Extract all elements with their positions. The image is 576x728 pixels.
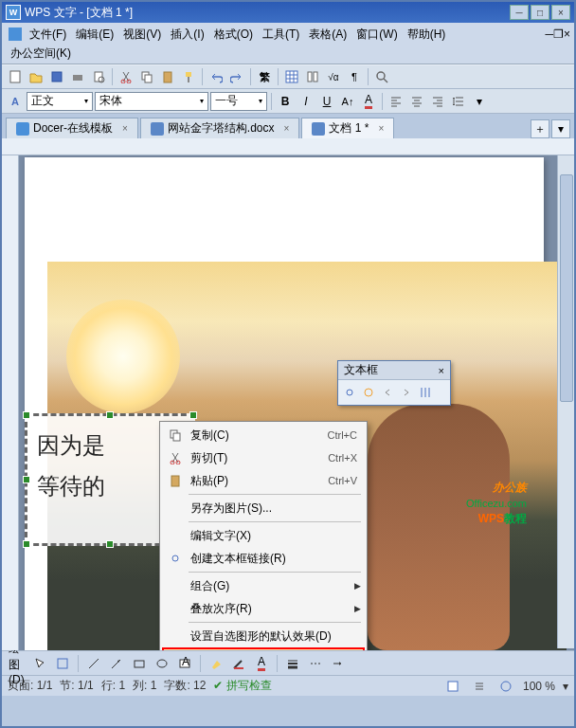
rectangle-icon[interactable] — [130, 654, 149, 673]
resize-handle[interactable] — [106, 540, 114, 548]
align-right-icon[interactable] — [428, 92, 447, 111]
prev-textbox-icon[interactable] — [380, 385, 395, 400]
horizontal-ruler[interactable] — [2, 138, 574, 155]
scrollbar-thumb[interactable] — [560, 174, 573, 402]
menu-insert[interactable]: 插入(I) — [166, 25, 208, 45]
style-combo[interactable]: 正文▾ — [27, 92, 93, 111]
cut-icon[interactable] — [117, 67, 135, 86]
text-direction-icon[interactable] — [418, 385, 433, 400]
font-grow-icon[interactable]: A↑ — [338, 92, 357, 111]
textbox-icon[interactable]: A — [175, 654, 194, 673]
italic-button[interactable]: I — [297, 92, 315, 111]
cm-object-format[interactable]: 设置对象格式(O)... — [162, 647, 365, 650]
oval-icon[interactable] — [153, 654, 171, 673]
tab-close-icon[interactable]: × — [378, 123, 384, 134]
bold-button[interactable]: B — [276, 92, 295, 111]
menu-window[interactable]: 窗口(W) — [351, 25, 402, 45]
tab-menu-button[interactable]: ▾ — [551, 119, 570, 138]
doc-restore-button[interactable]: ❐ — [553, 27, 564, 41]
cm-save-as-picture[interactable]: 另存为图片(S)... — [162, 497, 365, 519]
vertical-scrollbar[interactable] — [557, 155, 574, 648]
wps-menu-icon[interactable] — [6, 25, 25, 44]
cm-paste[interactable]: 粘贴(P) Ctrl+V — [162, 469, 365, 492]
format-painter-icon[interactable] — [179, 67, 198, 86]
floating-close-icon[interactable]: × — [439, 365, 444, 376]
print-preview-icon[interactable] — [89, 67, 108, 86]
line-icon[interactable] — [84, 654, 103, 673]
tab-docer[interactable]: Docer-在线模板 × — [6, 118, 138, 138]
paragraph-icon[interactable]: ¶ — [345, 67, 364, 86]
doc-close-button[interactable]: × — [564, 27, 570, 41]
select-icon[interactable] — [30, 654, 49, 673]
undo-icon[interactable] — [207, 67, 225, 86]
menu-file[interactable]: 文件(F) — [25, 25, 71, 45]
save-icon[interactable] — [47, 67, 66, 86]
find-icon[interactable] — [372, 67, 391, 86]
menu-format[interactable]: 格式(O) — [209, 25, 258, 45]
tab-close-icon[interactable]: × — [122, 123, 128, 134]
print-icon[interactable] — [68, 67, 87, 86]
menu-edit[interactable]: 编辑(E) — [71, 25, 118, 45]
vertical-ruler[interactable] — [2, 155, 19, 650]
more-icon[interactable]: ▾ — [470, 92, 489, 111]
menu-tools[interactable]: 工具(T) — [258, 25, 304, 45]
size-combo[interactable]: 一号▾ — [210, 92, 267, 111]
tab-document-2[interactable]: 网站金字塔结构.docx × — [140, 118, 300, 138]
line-style-icon[interactable] — [283, 654, 302, 673]
dash-style-icon[interactable] — [306, 654, 325, 673]
redo-icon[interactable] — [227, 67, 246, 86]
format-icon[interactable]: A — [6, 92, 25, 111]
arrow-icon[interactable] — [107, 654, 126, 673]
table-icon[interactable] — [282, 67, 301, 86]
tab-close-icon[interactable]: × — [284, 123, 290, 134]
link-icon[interactable] — [342, 385, 357, 400]
open-icon[interactable] — [27, 67, 45, 86]
resize-handle[interactable] — [23, 411, 30, 419]
font-combo[interactable]: 宋体▾ — [95, 92, 208, 111]
tab-document-3[interactable]: 文档 1 * × — [301, 118, 394, 138]
view-outline-icon[interactable] — [470, 677, 489, 696]
arrow-style-icon[interactable] — [329, 654, 348, 673]
cm-default-effect[interactable]: 设置自选图形的默认效果(D) — [162, 625, 365, 647]
line-color-icon[interactable] — [229, 654, 248, 673]
underline-button[interactable]: U — [317, 92, 336, 111]
break-link-icon[interactable] — [361, 385, 376, 400]
view-print-icon[interactable] — [443, 677, 462, 696]
tab-add-button[interactable]: ＋ — [531, 119, 549, 138]
cm-copy[interactable]: 复制(C) Ctrl+C — [162, 424, 365, 446]
cm-cut[interactable]: 剪切(T) Ctrl+X — [162, 446, 365, 469]
next-textbox-icon[interactable] — [399, 385, 414, 400]
resize-handle[interactable] — [106, 411, 114, 419]
columns-icon[interactable] — [303, 67, 322, 86]
menu-office-space[interactable]: 办公空间(K) — [6, 44, 76, 64]
cm-order[interactable]: 叠放次序(R) ▶ — [162, 597, 365, 620]
cm-create-link[interactable]: 创建文本框链接(R) — [162, 547, 365, 570]
font-color-icon[interactable]: A — [359, 92, 378, 111]
fill-color-icon[interactable] — [207, 654, 225, 673]
status-spell[interactable]: ✔ 拼写检查 — [213, 678, 271, 694]
view-web-icon[interactable] — [496, 677, 515, 696]
minimize-button[interactable]: ─ — [510, 5, 529, 20]
textbox-toolbar[interactable]: 文本框 × — [337, 360, 451, 406]
menu-view[interactable]: 视图(V) — [118, 25, 166, 45]
copy-icon[interactable] — [137, 67, 156, 86]
resize-handle[interactable] — [189, 411, 197, 419]
autoshapes-icon[interactable] — [53, 654, 72, 673]
doc-minimize-button[interactable]: ─ — [545, 27, 553, 41]
resize-handle[interactable] — [23, 540, 30, 548]
menu-table[interactable]: 表格(A) — [304, 25, 351, 45]
resize-handle[interactable] — [23, 476, 30, 483]
close-button[interactable]: × — [551, 5, 570, 20]
align-center-icon[interactable] — [407, 92, 426, 111]
line-spacing-icon[interactable] — [449, 92, 468, 111]
equation-icon[interactable]: √α — [324, 67, 343, 86]
font-color-icon[interactable]: A — [252, 654, 271, 673]
paste-icon[interactable] — [158, 67, 177, 86]
traditional-chinese-icon[interactable]: 繁 — [255, 67, 274, 86]
menu-help[interactable]: 帮助(H) — [403, 25, 451, 45]
zoom-dropdown-icon[interactable]: ▾ — [563, 680, 568, 693]
align-left-icon[interactable] — [387, 92, 405, 111]
status-zoom[interactable]: 100 % — [523, 680, 555, 693]
cm-group[interactable]: 组合(G) ▶ — [162, 574, 365, 597]
draw-menu[interactable]: 绘图(D) — [8, 654, 27, 673]
